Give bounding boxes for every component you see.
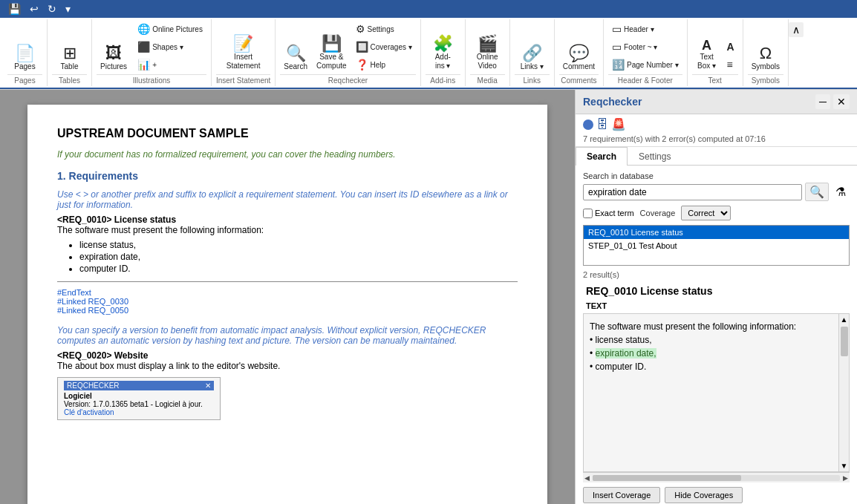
linked1: #Linked REQ_0030 [57,297,518,306]
exact-term-checkbox-label[interactable]: Exact term [583,209,634,218]
text-align-btn[interactable]: ≡ [723,56,738,73]
ribbon-group-tables: ⊞ Table Tables [48,19,92,86]
search-go-btn[interactable]: 🔍 [805,183,829,201]
scrollbar-up-btn[interactable]: ▲ [839,314,850,325]
search-reqchecker-btn[interactable]: 🔍 Search [280,43,311,73]
panel-icon-blue [583,120,593,130]
scrollbar-thumb[interactable] [841,327,848,356]
text-box-btn[interactable]: A TextBox ▾ [692,36,722,73]
insert-statement-icon: 📝 [233,36,253,52]
panel-icon-row: 🗄 🚨 [576,114,857,134]
table-label: Table [61,62,79,71]
settings-btn[interactable]: ⚙ Settings [352,21,416,37]
reqchecker-screenshot: REQCHECKER ✕ Logiciel Version: 1.7.0.136… [57,377,221,420]
ribbon-collapse-btn[interactable]: ∧ [789,22,804,37]
doc-intro: If your document has no formalized requi… [57,149,518,160]
req-0020-body: The about box must display a link to the… [57,361,518,371]
pictures-btn[interactable]: 🖼 Pictures [97,43,131,73]
more-btn[interactable]: ▾ [63,2,73,16]
ribbon-group-header-footer: ▭ Header ▾ ▭ Footer ~ ▾ 🔢 Page Number ▾ … [604,19,687,86]
horizontal-scrollbar: ◀ ▶ [583,472,850,482]
detail-text-3: • [590,348,596,359]
settings-icon: ⚙ [356,23,365,35]
chart-label: + [152,61,157,69]
save-compute-btn[interactable]: 💾 Save &Compute [313,33,351,73]
help-label: Help [371,61,386,69]
linked2: #Linked REQ_0050 [57,306,518,315]
insert-statement-btn[interactable]: 📝 InsertStatement [223,33,264,73]
panel-minimize-btn[interactable]: ─ [815,94,830,109]
pages-group-label: Pages [7,74,42,85]
chart-btn[interactable]: 📊 + [134,56,206,73]
screenshot-line1: Logiciel [64,392,214,400]
online-pictures-btn[interactable]: 🌐 Online Pictures [134,21,206,37]
online-video-btn[interactable]: 🎬 OnlineVideo [472,33,502,73]
addins-btn[interactable]: 🧩 Add-ins ▾ [428,33,457,73]
document-page: UPSTREAM DOCUMENT SAMPLE If your documen… [27,105,547,504]
shapes-btn[interactable]: ⬛ Shapes ▾ [134,39,206,55]
help-btn[interactable]: ❓ Help [352,56,416,73]
insert-coverage-btn[interactable]: Insert Coverage [583,487,660,503]
symbols-group-label: Symbols [748,74,783,85]
tab-search[interactable]: Search [576,147,628,166]
result-item-0[interactable]: REQ_0010 License status [584,226,849,239]
table-btn[interactable]: ⊞ Table [55,43,85,73]
doc-para1: Use < > or another prefix and suffix to … [57,189,518,210]
symbols-btn[interactable]: Ω Symbols [748,43,783,73]
page-number-btn[interactable]: 🔢 Page Number ▾ [608,56,682,73]
hscroll-thumb[interactable] [593,475,741,481]
search-reqchecker-icon: 🔍 [286,45,306,62]
text-style-a-btn[interactable]: A [723,39,738,55]
req-0010-tag: <REQ_0010> License status [57,215,518,225]
footer-btn[interactable]: ▭ Footer ~ ▾ [608,39,682,55]
panel-body: Search in database 🔍 ⚗ Exact term Covera… [576,166,857,504]
footer-icon: ▭ [612,41,622,53]
pages-btn[interactable]: 📄 Pages [10,43,40,73]
list-item: license status, [79,240,518,250]
ribbon-group-insert: 📝 InsertStatement Insert Statement [212,19,276,86]
exact-term-checkbox[interactable] [583,209,593,218]
coverages-btn[interactable]: 🔲 Coverages ▾ [352,39,416,55]
req-0020-tag: <REQ_0020> Website [57,350,518,361]
search-input[interactable] [583,184,802,200]
ribbon-group-addins: 🧩 Add-ins ▾ Add-ins [421,19,466,86]
shapes-icon: ⬛ [137,41,150,53]
coverage-select[interactable]: Correct All None [681,206,731,220]
bottom-buttons: Insert Coverage Hide Coverages [583,482,850,503]
help-icon: ❓ [356,59,368,71]
undo-btn[interactable]: ↩ [27,2,41,16]
comment-btn[interactable]: 💬 Comment [559,43,599,73]
ribbon-group-pages: 📄 Pages Pages [3,19,48,86]
coverages-icon: 🔲 [356,41,368,53]
tab-settings[interactable]: Settings [628,147,682,166]
results-list: REQ_0010 License status STEP_01_01 Test … [583,225,850,266]
quick-access-bar: 💾 ↩ ↻ ▾ [0,0,857,18]
text-box-icon: A [702,39,711,52]
redo-btn[interactable]: ↻ [45,2,59,16]
result-item-1[interactable]: STEP_01_01 Test About [584,239,849,252]
results-count: 2 result(s) [583,270,850,279]
text-style-a-icon: A [727,41,734,53]
header-btn[interactable]: ▭ Header ▾ [608,21,682,37]
filter-btn[interactable]: ⚗ [832,183,850,200]
pages-icon: 📄 [15,45,35,62]
scrollbar-down-btn[interactable]: ▼ [839,460,850,471]
panel-title: Reqchecker [583,96,642,108]
screenshot-line3: Clé d'activation [64,408,214,416]
online-video-label: OnlineVideo [477,53,498,71]
save-quick-btn[interactable]: 💾 [6,2,23,16]
online-pictures-icon: 🌐 [137,23,150,35]
hscroll-track [593,475,840,481]
header-label: Header ▾ [624,25,654,33]
hscroll-right-btn[interactable]: ▶ [841,474,850,482]
links-btn[interactable]: 🔗 Links ▾ [517,43,547,73]
hide-coverages-btn[interactable]: Hide Coverages [665,487,743,503]
panel-close-btn[interactable]: ✕ [833,94,850,109]
ribbon-group-reqchecker: 🔍 Search 💾 Save &Compute ⚙ Settings 🔲 Co… [276,19,420,86]
screenshot-title-bar: REQCHECKER ✕ [64,381,214,390]
ribbon: 📄 Pages Pages ⊞ Table Tables 🖼 Pictures [0,18,857,90]
ribbon-group-symbols: Ω Symbols Symbols [743,19,789,86]
online-pictures-label: Online Pictures [152,25,203,33]
hscroll-left-btn[interactable]: ◀ [583,474,591,482]
detail-title: REQ_0010 License status [583,285,850,297]
